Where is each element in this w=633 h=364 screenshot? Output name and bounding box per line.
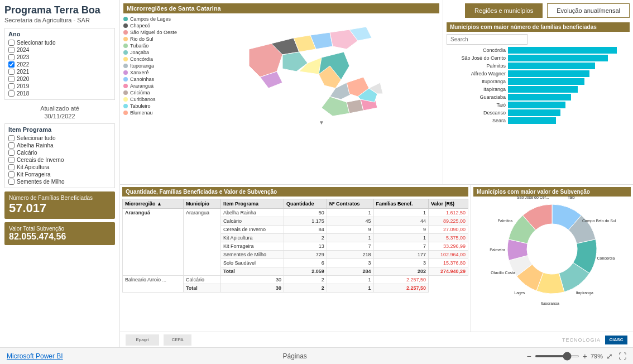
donut-section: Municípios com maior valor de Subvenção … <box>471 185 633 332</box>
bar-row: Palmitos <box>447 63 630 69</box>
ano-filter-label: Ano <box>8 31 111 37</box>
legend-item: Ituporanga <box>123 63 190 69</box>
legend-item: Joaçaba <box>123 49 190 56</box>
legend-dot <box>123 17 128 21</box>
regioes-button[interactable]: Regiões e municípios <box>465 3 543 18</box>
bar-fill <box>508 94 571 100</box>
bar-row: Concórdia <box>447 47 630 54</box>
table-header[interactable]: Item Programa <box>221 199 284 209</box>
bottom-icons: ⤢ ⛶ <box>606 352 626 361</box>
kpi-familias-value: 57.017 <box>9 201 111 215</box>
app-title: Programa Terra Boa <box>4 4 115 17</box>
table-header[interactable]: Microrregião ▲ <box>123 199 184 209</box>
table-wrapper[interactable]: Microrregião ▲MunicípioItem ProgramaQuan… <box>122 199 468 293</box>
search-input[interactable] <box>447 34 528 45</box>
table-row: AraranguáAraranguaAbelha Rainha 50 1 1 1… <box>123 209 468 217</box>
table-header[interactable]: Valor (R$) <box>429 199 468 209</box>
evolucao-button[interactable]: Evolução anual/mensal <box>547 3 630 18</box>
app-subtitle: Secretaria da Agricultura - SAR <box>4 17 115 23</box>
item-programa-label: Item Programa <box>8 126 111 133</box>
kpi-subvencao-value: 82.055.474,56 <box>9 232 111 242</box>
legend-item: Canoinhas <box>123 76 190 83</box>
donut-label: Lages <box>514 291 525 295</box>
table-section: Quantidade, Famílias Beneficiadas e Valo… <box>120 185 471 332</box>
donut-label: Concordia <box>597 256 615 260</box>
item-checkbox-item: Cereais de Inverno <box>8 156 111 164</box>
ano-checkbox-item: 2023 <box>8 54 111 61</box>
bar-row: Itapiranga <box>447 86 630 93</box>
item-checkbox-item: Selecionar tudo <box>8 135 111 142</box>
bar-fill <box>508 102 565 108</box>
map-section: Microrregiões de Santa Catarina Campos d… <box>120 0 443 184</box>
table-header[interactable]: Nº Contratos <box>327 199 373 209</box>
bar-fill <box>508 70 589 77</box>
footer-tech: TECNOLOGIA CIASC <box>562 336 627 344</box>
table-title: Quantidade, Famílias Beneficiadas e Valo… <box>122 187 468 197</box>
bar-row: Ituporanga <box>447 78 630 85</box>
donut-label: Itapiranga <box>576 291 593 295</box>
bar-fill <box>508 63 595 69</box>
ano-checkbox-item: 2024 <box>8 46 111 54</box>
kpi-subvencao-label: Valor Total Subvenção <box>9 226 111 232</box>
table-row: Balneario Arroio ...Calcário 30 2 1 2.25… <box>123 276 468 284</box>
bar-row: Descanso <box>447 109 630 116</box>
legend-item: Concórdia <box>123 56 190 63</box>
donut-label: Taio <box>568 195 575 199</box>
footer-logos: Epagri CEPA <box>126 334 191 346</box>
legend-dot <box>123 104 128 108</box>
ano-checkbox-item: 2018 <box>8 90 111 97</box>
donut-label: Otacilio Costa <box>491 271 515 275</box>
bar-row: Taió <box>447 102 630 108</box>
bar-fill <box>508 78 584 85</box>
bar-fill <box>508 117 556 124</box>
donut-container: TaioCampo Belo do SulConcordiaItapiranga… <box>473 199 631 299</box>
ano-checkbox-item: 2019 <box>8 83 111 90</box>
legend-item: Rio do Sul <box>123 36 190 42</box>
btn-group: Regiões e municípios Evolução anual/mens… <box>447 3 630 18</box>
legend-item: Xanxerê <box>123 69 190 76</box>
legend-dot <box>123 30 128 35</box>
legend-item: Curitibanos <box>123 96 190 103</box>
cepa-logo: CEPA <box>164 334 191 346</box>
legend-dot <box>123 50 128 55</box>
kpi-familias: Número de Famílias Beneficiadas 57.017 <box>4 191 115 219</box>
zoom-control: − + 79% ⤢ ⛶ <box>527 352 626 361</box>
legend-dot <box>123 37 128 41</box>
svg-text:▼: ▼ <box>319 119 324 126</box>
donut-label: Campo Belo do Sul <box>582 219 616 223</box>
donut-label: Palmeira <box>490 248 505 252</box>
bar-row: São José do Cerrito <box>447 55 630 61</box>
fullscreen-icon[interactable]: ⛶ <box>618 352 626 361</box>
legend-dot <box>123 64 128 68</box>
kpi-familias-label: Número de Famílias Beneficiadas <box>9 195 111 201</box>
table-header[interactable]: Famílias Benef. <box>373 199 429 209</box>
zoom-slider[interactable] <box>535 355 579 357</box>
ano-checkbox-item: 2022 <box>8 61 111 68</box>
footer: Epagri CEPA TECNOLOGIA CIASC <box>120 332 633 347</box>
map-title: Microrregiões de Santa Catarina <box>123 3 439 13</box>
share-icon[interactable]: ⤢ <box>606 352 613 361</box>
item-checkbox-item: Kit Forrageira <box>8 171 111 178</box>
legend-dot <box>123 84 128 88</box>
item-checkbox-item: Calcário <box>8 149 111 156</box>
table-header[interactable]: Município <box>184 199 221 209</box>
legend-dot <box>123 97 128 102</box>
ano-checkbox-item: 2020 <box>8 75 111 83</box>
powerbi-link[interactable]: Microsoft Power BI <box>7 352 63 360</box>
epagri-logo: Epagri <box>126 334 159 346</box>
municipios-chart-section: Municípios com maior número de famílias … <box>447 22 630 125</box>
zoom-minus-icon[interactable]: − <box>527 352 531 361</box>
legend-item: Criciúma <box>123 89 190 96</box>
bottom-bar: Microsoft Power BI Páginas − + 79% ⤢ ⛶ <box>0 347 633 364</box>
legend-dot <box>123 23 128 28</box>
legend-dot <box>123 90 128 95</box>
ano-checkbox-item: Selecionar tudo <box>8 39 111 46</box>
municipios-chart-title: Municípios com maior número de famílias … <box>447 22 630 32</box>
table-header[interactable]: Quantidade <box>284 199 327 209</box>
ciasc-logo: CIASC <box>605 336 627 344</box>
legend-item: Chapecó <box>123 22 190 29</box>
bar-row: Seara <box>447 117 630 124</box>
donut-label: Ituporanga <box>540 301 559 305</box>
ano-filter: Ano Selecionar tudo 2024 2023 2022 2021 … <box>4 28 115 100</box>
zoom-plus-icon[interactable]: + <box>583 352 587 361</box>
